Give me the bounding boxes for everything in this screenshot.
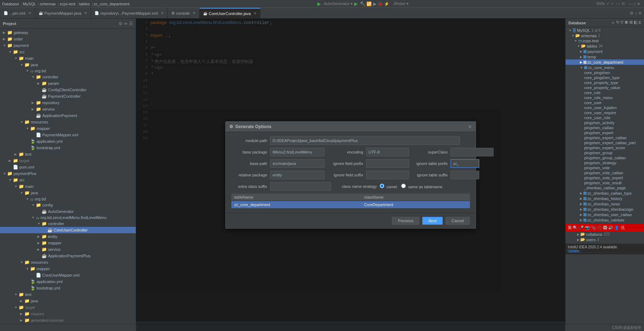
base-path-input[interactable] xyxy=(270,159,325,168)
super-class-input[interactable] xyxy=(451,148,494,156)
tree-pp-test-java[interactable]: ▶ 📁 java xyxy=(0,298,136,304)
tree-pom-xml[interactable]: ▶ 📄 pom.xml xyxy=(0,164,136,170)
tree-pp-service[interactable]: ▶ 📁 service xyxy=(0,246,136,253)
tree-pp-generated-sources[interactable]: ▶ 📁 generated-sources xyxy=(0,317,136,323)
tree-controller[interactable]: ▼ 📁 controller xyxy=(0,74,136,80)
intellij-update-link[interactable]: Update... xyxy=(568,249,642,253)
tree-service[interactable]: ▶ 📁 service xyxy=(0,106,136,112)
db-item-pingshen-vote[interactable]: pingshen_vote xyxy=(566,165,644,170)
tree-pp-main[interactable]: ▼ 📁 main xyxy=(0,183,136,190)
tab-mapper-xml[interactable]: 📄 ...per.xml ✕ xyxy=(0,8,35,18)
db-tables[interactable]: ▼ 📂 tables 34 xyxy=(566,43,644,49)
window-controls[interactable]: ─ □ ✕ xyxy=(629,1,640,6)
tree-repository[interactable]: ▶ 📁 repository xyxy=(0,99,136,106)
db-item-core-role[interactable]: core_role xyxy=(566,90,644,95)
menu-zcps-test[interactable]: zcps-test xyxy=(59,2,75,6)
db-zcps-test[interactable]: ▼ 🗃 zcps-test xyxy=(566,38,644,43)
db-item-pingshen-expert-cailiao[interactable]: pingshen_expert_cailiao xyxy=(566,135,644,140)
db-item-core-user-require[interactable]: core_user_require xyxy=(566,110,644,115)
db-item-pingshen-expert[interactable]: pingshen_expert xyxy=(566,130,644,135)
db-mysql[interactable]: ▼ 🗄 MySQL 1 of 9 xyxy=(566,28,644,33)
tree-org-bd[interactable]: ▼ 🗂 org.bd xyxy=(0,68,136,74)
db-table-zc-shenbao-user-cailiao[interactable]: ▶ ▦ zc_shenbao_user_cailiao xyxy=(566,212,644,217)
db-filter-icon[interactable]: ▽ xyxy=(620,20,623,25)
tree-bootstrap-yml[interactable]: ▶ 🍃 bootstrap.yml xyxy=(0,145,136,151)
base-package-input[interactable] xyxy=(270,148,325,156)
menu-table-name[interactable]: zc_core_department xyxy=(93,2,129,6)
tree-pp-controller-folder[interactable]: ▼ 📁 controller xyxy=(0,220,136,227)
layout-icon[interactable]: ⇔ xyxy=(124,21,128,26)
cancel-button[interactable]: Cancel xyxy=(446,217,470,225)
menu-database[interactable]: Database xyxy=(2,2,19,6)
tab-console[interactable]: 🖥 console ✕ xyxy=(168,8,200,18)
radio-same[interactable] xyxy=(401,184,406,188)
menu-tables[interactable]: tables xyxy=(79,2,90,6)
menu-schemas[interactable]: schemas xyxy=(40,2,56,6)
radio-same-label[interactable]: same as tablename xyxy=(401,184,442,189)
db-refresh-icon[interactable]: ↻ xyxy=(616,20,619,25)
encoding-input[interactable] xyxy=(366,148,409,156)
tree-autogenerator[interactable]: ▶ ☕ AutoGenerator xyxy=(0,208,136,215)
tree-paymentplus[interactable]: ▼ 📁 paymentPlus xyxy=(0,170,136,177)
radio-camel[interactable] xyxy=(380,184,384,188)
db-table-zc-core-menu[interactable]: ▼ ▦ zc_core_menu xyxy=(566,65,644,70)
db-table-zc-shenbao-news[interactable]: ▶ ▦ zc_shenbao_news xyxy=(566,201,644,206)
tree-payment-mapper-xml[interactable]: ▶ 📄 PaymentMapper.xml xyxy=(0,132,136,138)
db-item-pingshen-strategy[interactable]: pingshen_strategy xyxy=(566,160,644,165)
tree-test[interactable]: ▶ 📁 test xyxy=(0,151,136,157)
tree-core-user-mapper-xml[interactable]: ▶ 📄 CoreUserMapper.xml xyxy=(0,272,136,278)
tab-close-icon[interactable]: ✕ xyxy=(28,11,31,15)
db-table-zc-shenbao-shenbaozige[interactable]: ▶ ▦ zc_shenbao_shenbaozige xyxy=(566,206,644,212)
tree-pp-test[interactable]: ▼ 📁 test xyxy=(0,291,136,298)
tree-pp-app-yml[interactable]: ▶ 🍃 application.yml xyxy=(0,278,136,285)
db-add-icon[interactable]: ＋ xyxy=(611,20,615,25)
tree-core-user-controller[interactable]: ▶ ☕ CoreUserController xyxy=(0,227,136,233)
tab-actions[interactable]: ⚙ ↕ ✕ xyxy=(628,8,644,18)
tree-pp-bootstrap-yml[interactable]: ▶ 🍃 bootstrap.yml xyxy=(0,285,136,291)
tree-pp-java[interactable]: ▼ 📁 java xyxy=(0,190,136,196)
db-item-core-user-role[interactable]: core_user_role xyxy=(566,115,644,120)
tree-app-yml[interactable]: ▶ 🍃 application.yml xyxy=(0,138,136,145)
db-item-pingshen-cailiao[interactable]: pingshen_cailiao xyxy=(566,125,644,130)
db-item-pingshen-vote-result[interactable]: pingshen_vote_result xyxy=(566,180,644,185)
db-item-shenbao-cailiao-page[interactable]: _shenbao_cailiao_page xyxy=(566,185,644,190)
db-item-pingshen-group[interactable]: pingshen_group xyxy=(566,150,644,155)
db-collations[interactable]: ▶ 📂 collations 222 xyxy=(566,232,644,237)
tree-app-paymentplus[interactable]: ▶ ☕ ApplicationPaymentPlus xyxy=(0,253,136,259)
tab-close-icon[interactable]: ✕ xyxy=(193,11,196,15)
db-toolbar[interactable]: ＋ ↻ ▽ ⏹ ⊞ ◧ ⧖ xyxy=(611,20,641,25)
db-table-zc-core-dept[interactable]: ▶ ▦ zc_core_department xyxy=(566,59,644,65)
ignore-table-suffix-input[interactable] xyxy=(451,171,479,179)
tree-pp-resources[interactable]: ▼ 📁 resources xyxy=(0,259,136,266)
tree-pp-config[interactable]: ▼ 📁 config xyxy=(0,202,136,208)
module-path-input[interactable] xyxy=(270,136,460,145)
db-schemas[interactable]: ▼ 📂 schemas 1 xyxy=(566,33,644,38)
tree-pp-org-bd[interactable]: ▼ 🗂 org.bd xyxy=(0,196,136,202)
table-row-department[interactable]: zc_core_department CoreDepartment xyxy=(231,201,470,208)
tree-pp-src[interactable]: ▼ 📁 src xyxy=(0,177,136,183)
tree-payment-controller[interactable]: ▶ ☕ PaymentController xyxy=(0,93,136,99)
tree-zerolevel-pkg[interactable]: ▼ 🗂 org.bd.zeroLevelMenu.firstLevelMenu xyxy=(0,215,136,220)
ignore-field-suffix-input[interactable] xyxy=(366,171,409,179)
tab-close-active-icon[interactable]: ✕ xyxy=(254,11,256,15)
db-item-core-pingshen-type[interactable]: core_pingshen_type xyxy=(566,75,644,80)
tree-entity[interactable]: ▶ 📁 entity xyxy=(0,233,136,240)
db-table-payment[interactable]: ▶ ▦ payment xyxy=(566,49,644,54)
tree-param[interactable]: ▶ 📁 param xyxy=(0,80,136,87)
tree-pp-classes[interactable]: ▶ 📁 classes xyxy=(0,311,136,317)
tree-pp-mapper-folder[interactable]: ▼ 📁 mapper xyxy=(0,266,136,272)
extra-class-suffix-input[interactable] xyxy=(270,182,331,191)
db-item-pingshen-group-cailiao[interactable]: pingshen_group_cailiao xyxy=(566,155,644,160)
tree-gateway[interactable]: ▶ 📁 gateway xyxy=(0,29,136,36)
db-table-zc-shenbao-cailiao-type[interactable]: ▶ ▦ zc_shenbao_cailiao_type xyxy=(566,190,644,196)
tab-payment-mapper[interactable]: ☕ PaymentMapper.java ✕ xyxy=(35,8,91,18)
tree-resources[interactable]: ▼ 📁 resources xyxy=(0,119,136,125)
tab-core-user-controller[interactable]: ☕ CoreUserController.java ✕ xyxy=(200,8,260,18)
db-users[interactable]: ▶ 📂 users 3 xyxy=(566,237,644,242)
modal-close-button[interactable]: ✕ xyxy=(468,124,472,130)
tree-target[interactable]: ▶ 📁 target xyxy=(0,157,136,164)
ignore-table-prefix-input[interactable] xyxy=(451,159,479,168)
settings-icon[interactable]: ⚙ xyxy=(119,21,122,26)
tree-mapper[interactable]: ▼ 📁 mapper xyxy=(0,125,136,132)
db-item-core-pingshen[interactable]: core_pingshen xyxy=(566,70,644,75)
